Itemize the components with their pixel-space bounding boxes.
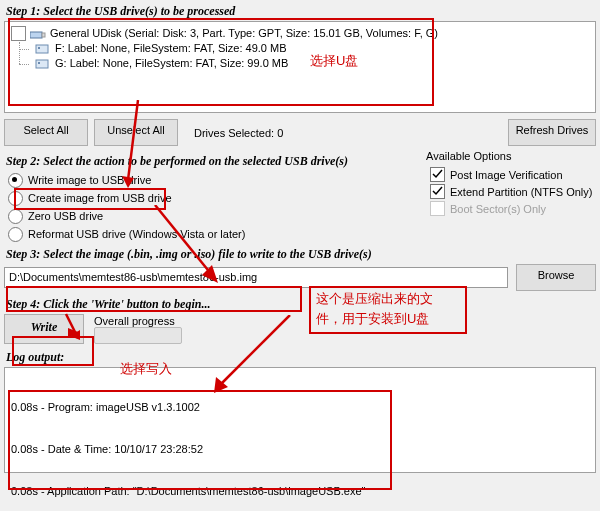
unselect-all-button[interactable]: Unselect All	[94, 119, 178, 146]
radio-icon	[8, 227, 23, 242]
option-label: Boot Sector(s) Only	[450, 203, 546, 215]
log-line: 0.08s - Date & Time: 10/10/17 23:28:52	[11, 442, 589, 456]
radio-write-image[interactable]: Write image to USB drive	[8, 171, 426, 189]
overall-progress-label: Overall progress	[94, 315, 182, 327]
step2-title: Step 2: Select the action to be performe…	[6, 154, 426, 169]
checkbox-icon	[430, 201, 445, 216]
step3-title: Step 3: Select the image (.bin, .img or …	[6, 247, 596, 262]
svg-rect-4	[36, 60, 48, 68]
radio-label: Create image from USB drive	[28, 192, 172, 204]
overall-progress-bar	[94, 327, 182, 344]
tree-child-g-label: G: Label: None, FileSystem: FAT, Size: 9…	[55, 56, 288, 71]
option-label: Extend Partition (NTFS Only)	[450, 186, 592, 198]
log-title: Log output:	[6, 350, 596, 365]
svg-rect-5	[38, 62, 40, 64]
option-label: Post Image Verification	[450, 169, 563, 181]
usb-drive-icon	[30, 28, 46, 40]
option-post-image-verification[interactable]: Post Image Verification	[430, 166, 596, 183]
tree-root-label: General UDisk (Serial: Disk: 3, Part. Ty…	[50, 26, 438, 41]
log-output[interactable]: 0.08s - Program: imageUSB v1.3.1002 0.08…	[4, 367, 596, 473]
write-button[interactable]: Write	[4, 314, 84, 344]
step1-title: Step 1: Select the USB drive(s) to be pr…	[6, 4, 596, 19]
step4-title: Step 4: Click the 'Write' button to begi…	[6, 297, 596, 312]
svg-rect-3	[38, 47, 40, 49]
radio-reformat-drive[interactable]: Reformat USB drive (Windows Vista or lat…	[8, 225, 426, 243]
log-line: 0.08s - Application Path: "D:\Documents\…	[11, 484, 589, 498]
usb-tree[interactable]: General UDisk (Serial: Disk: 3, Part. Ty…	[4, 21, 596, 113]
option-boot-sectors-only: Boot Sector(s) Only	[430, 200, 596, 217]
image-path-input[interactable]: D:\Documents\memtest86-usb\memtest86-usb…	[4, 267, 508, 288]
tree-child-f-label: F: Label: None, FileSystem: FAT, Size: 4…	[55, 41, 287, 56]
option-extend-partition[interactable]: Extend Partition (NTFS Only)	[430, 183, 596, 200]
checkbox-icon	[430, 167, 445, 182]
svg-rect-2	[36, 45, 48, 53]
radio-icon	[8, 209, 23, 224]
browse-button[interactable]: Browse	[516, 264, 596, 291]
radio-label: Zero USB drive	[28, 210, 103, 222]
radio-icon	[8, 191, 23, 206]
root-checkbox[interactable]	[11, 26, 26, 41]
checkbox-icon	[430, 184, 445, 199]
available-options-header: Available Options	[426, 150, 596, 162]
radio-label: Write image to USB drive	[28, 174, 151, 186]
radio-icon	[8, 173, 23, 188]
radio-zero-drive[interactable]: Zero USB drive	[8, 207, 426, 225]
radio-create-image[interactable]: Create image from USB drive	[8, 189, 426, 207]
volume-icon	[35, 43, 51, 55]
svg-rect-0	[30, 32, 42, 38]
log-line: 0.08s - Program: imageUSB v1.3.1002	[11, 400, 589, 414]
tree-child-row[interactable]: G: Label: None, FileSystem: FAT, Size: 9…	[11, 56, 589, 71]
tree-child-row[interactable]: F: Label: None, FileSystem: FAT, Size: 4…	[11, 41, 589, 56]
volume-icon	[35, 58, 51, 70]
tree-root-row[interactable]: General UDisk (Serial: Disk: 3, Part. Ty…	[11, 26, 589, 41]
radio-label: Reformat USB drive (Windows Vista or lat…	[28, 228, 245, 240]
select-all-button[interactable]: Select All	[4, 119, 88, 146]
refresh-drives-button[interactable]: Refresh Drives	[508, 119, 596, 146]
svg-rect-1	[42, 33, 45, 37]
drives-selected-label: Drives Selected: 0	[194, 127, 283, 139]
